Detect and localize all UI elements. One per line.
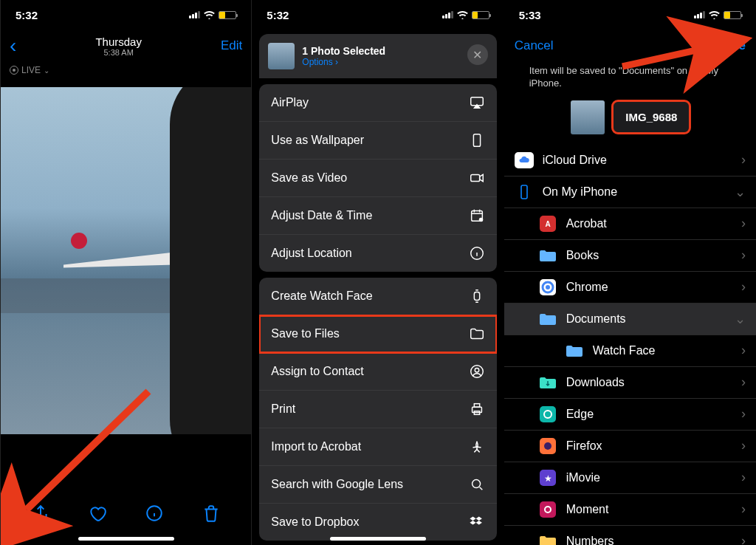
live-label: LIVE [21,65,41,75]
share-sheet-panel: 5:32 1 Photo Selected Options › ✕ AirPla… [252,0,504,545]
svg-rect-10 [472,407,481,412]
action-label: Adjust Date & Time [271,209,372,222]
action-label: Import to Acrobat [271,440,361,453]
close-button[interactable]: ✕ [467,44,488,65]
photos-detail-panel: 5:32 ‹ Thursday 5:38 AM Edit LIVE ⌄ [0,0,252,545]
svg-text:A: A [545,220,550,228]
svg-point-20 [546,285,550,289]
action-adjust-location[interactable]: Adjust Location [259,235,496,272]
action-label: Create Watch Face [271,289,372,303]
folder-icon [538,247,557,264]
live-badge[interactable]: LIVE ⌄ [1,62,251,78]
edit-button[interactable]: Edit [221,38,242,53]
iphone-icon [515,184,534,200]
moment-app-icon [538,501,557,518]
wifi-icon [457,11,468,19]
svg-point-9 [475,368,479,372]
action-print[interactable]: Print [259,391,496,428]
chevron-down-icon: ⌄ [735,311,746,327]
battery-icon [472,11,489,19]
battery-icon [219,11,236,19]
status-bar: 5:32 [252,0,504,30]
action-label: Assign to Contact [271,365,363,378]
action-save-as-video[interactable]: Save as Video [259,160,496,197]
location-label: Chrome [566,281,732,294]
watch-icon [469,288,485,304]
share-icon[interactable] [31,504,50,523]
share-title: 1 Photo Selected [302,45,385,57]
search-icon [469,476,485,493]
options-button[interactable]: Options › [302,57,385,67]
location-watch-face[interactable]: Watch Face› [504,335,756,367]
location-label: Documents [566,312,726,326]
location-label: Watch Face [593,344,732,357]
svg-point-24 [544,442,551,450]
svg-rect-2 [473,134,480,147]
save-to-files-panel: 5:33 Cancel Save Item will be saved to "… [504,0,756,545]
location-acrobat[interactable]: AAcrobat› [504,208,756,240]
location-downloads[interactable]: Downloads› [504,367,756,399]
svg-rect-27 [540,501,556,518]
cancel-button[interactable]: Cancel [515,38,554,53]
chevron-right-icon: › [741,501,746,517]
edge-app-icon [538,406,557,422]
back-button[interactable]: ‹ [10,34,16,58]
location-on-my-iphone[interactable]: On My iPhone⌄ [504,176,756,208]
chevron-right-icon: › [741,374,746,390]
nav-day: Thursday [95,35,142,48]
action-save-to-files[interactable]: Save to Files [259,315,496,353]
folder-icon [469,326,485,342]
location-documents[interactable]: Documents⌄ [504,304,756,335]
location-numbers[interactable]: Numbers› [504,526,756,545]
photo-viewer[interactable] [1,87,251,434]
edit-actions-button[interactable]: Edit Actions… [259,541,496,545]
action-label: Save as Video [271,171,347,185]
home-indicator[interactable] [330,537,426,541]
action-assign-to-contact[interactable]: Assign to Contact [259,353,496,391]
svg-point-13 [472,480,480,488]
bottom-toolbar [1,495,251,532]
action-adjust-date-time[interactable]: Adjust Date & Time [259,197,496,235]
action-airplay[interactable]: AirPlay [259,84,496,122]
svg-rect-21 [540,406,556,422]
action-import-to-acrobat[interactable]: Import to Acrobat [259,428,496,466]
filename-field[interactable]: IMG_9688 [614,102,689,132]
firefox-app-icon [538,438,557,454]
imovie-app-icon: ★ [538,470,557,486]
location-label: Edge [566,408,732,421]
delete-icon[interactable] [202,504,221,523]
battery-icon [724,11,741,19]
action-create-watch-face[interactable]: Create Watch Face [259,278,496,315]
acrobat-app-icon: A [538,216,557,232]
action-group-2: Create Watch FaceSave to FilesAssign to … [259,278,496,541]
location-firefox[interactable]: Firefox› [504,431,756,462]
action-save-to-dropbox[interactable]: Save to Dropbox [259,504,496,541]
location-label: Downloads [566,376,732,389]
action-group-1: AirPlayUse as WallpaperSave as VideoAdju… [259,84,496,272]
svg-rect-11 [474,404,479,408]
location-edge[interactable]: Edge› [504,399,756,431]
action-label: Save to Dropbox [271,515,359,529]
location-chrome[interactable]: Chrome› [504,272,756,304]
action-label: Use as Wallpaper [271,134,364,147]
status-right [694,11,741,19]
save-button[interactable]: Save [716,38,746,53]
nav-bar: ‹ Thursday 5:38 AM Edit [1,30,251,62]
action-search-with-google-lens[interactable]: Search with Google Lens [259,466,496,504]
file-preview: IMG_9688 [504,97,756,145]
dropbox-icon [469,514,485,530]
favorite-icon[interactable] [88,504,107,523]
info-icon[interactable] [145,504,164,523]
home-indicator[interactable] [78,537,174,541]
location-books[interactable]: Books› [504,240,756,272]
location-moment[interactable]: Moment› [504,494,756,526]
save-description: Item will be saved to "Documents" on On … [504,62,756,97]
location-icloud-drive[interactable]: iCloud Drive› [504,145,756,176]
chevron-right-icon: › [741,216,746,231]
location-imovie[interactable]: ★iMovie› [504,462,756,494]
acrobat-icon [469,439,485,455]
action-label: Search with Google Lens [271,478,403,491]
action-use-as-wallpaper[interactable]: Use as Wallpaper [259,122,496,160]
status-time: 5:33 [519,9,541,21]
action-list: AirPlayUse as WallpaperSave as VideoAdju… [259,84,496,545]
